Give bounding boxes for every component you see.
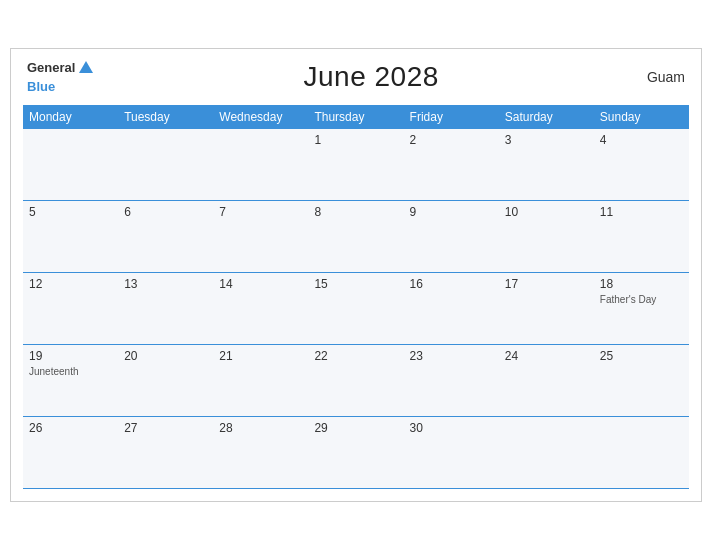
day-cell-w2-d3: 7: [213, 201, 308, 273]
day-number: 25: [600, 349, 683, 363]
day-number: 2: [410, 133, 493, 147]
day-cell-w1-d4: 1: [308, 129, 403, 201]
day-cell-w3-d2: 13: [118, 273, 213, 345]
weekday-header-row: Monday Tuesday Wednesday Thursday Friday…: [23, 105, 689, 129]
day-cell-w1-d3: [213, 129, 308, 201]
svg-marker-0: [79, 61, 93, 73]
calendar-title: June 2028: [304, 61, 439, 93]
day-cell-w3-d3: 14: [213, 273, 308, 345]
day-cell-w4-d7: 25: [594, 345, 689, 417]
header-thursday: Thursday: [308, 105, 403, 129]
day-number: 16: [410, 277, 493, 291]
day-number: 24: [505, 349, 588, 363]
day-cell-w5-d7: [594, 417, 689, 489]
day-cell-w4-d2: 20: [118, 345, 213, 417]
region-label: Guam: [647, 69, 685, 85]
week-row-1: 1234: [23, 129, 689, 201]
day-number: 15: [314, 277, 397, 291]
day-cell-w1-d6: 3: [499, 129, 594, 201]
day-cell-w3-d1: 12: [23, 273, 118, 345]
day-cell-w3-d6: 17: [499, 273, 594, 345]
day-number: 5: [29, 205, 112, 219]
day-number: 29: [314, 421, 397, 435]
day-number: 10: [505, 205, 588, 219]
day-number: 21: [219, 349, 302, 363]
calendar-table: Monday Tuesday Wednesday Thursday Friday…: [23, 105, 689, 490]
header-sunday: Sunday: [594, 105, 689, 129]
day-number: 13: [124, 277, 207, 291]
day-cell-w4-d5: 23: [404, 345, 499, 417]
day-number: 28: [219, 421, 302, 435]
day-cell-w2-d5: 9: [404, 201, 499, 273]
day-number: 11: [600, 205, 683, 219]
day-cell-w1-d7: 4: [594, 129, 689, 201]
day-cell-w2-d4: 8: [308, 201, 403, 273]
day-cell-w4-d1: 19Juneteenth: [23, 345, 118, 417]
calendar-container: General Blue June 2028 Guam Monday Tuesd…: [10, 48, 702, 503]
logo-blue-text: Blue: [27, 79, 55, 94]
day-cell-w1-d2: [118, 129, 213, 201]
header-saturday: Saturday: [499, 105, 594, 129]
header-tuesday: Tuesday: [118, 105, 213, 129]
day-cell-w3-d4: 15: [308, 273, 403, 345]
day-number: 12: [29, 277, 112, 291]
day-number: 18: [600, 277, 683, 291]
day-number: 20: [124, 349, 207, 363]
header-monday: Monday: [23, 105, 118, 129]
day-number: 23: [410, 349, 493, 363]
header-friday: Friday: [404, 105, 499, 129]
day-cell-w2-d6: 10: [499, 201, 594, 273]
day-number: 17: [505, 277, 588, 291]
day-cell-w4-d6: 24: [499, 345, 594, 417]
day-cell-w4-d3: 21: [213, 345, 308, 417]
day-cell-w1-d1: [23, 129, 118, 201]
day-cell-w3-d5: 16: [404, 273, 499, 345]
day-number: 6: [124, 205, 207, 219]
day-number: 19: [29, 349, 112, 363]
day-event: Juneteenth: [29, 365, 112, 378]
logo-general-text: General: [27, 61, 75, 74]
day-number: 7: [219, 205, 302, 219]
day-cell-w2-d7: 11: [594, 201, 689, 273]
day-cell-w5-d6: [499, 417, 594, 489]
day-cell-w2-d2: 6: [118, 201, 213, 273]
day-cell-w5-d1: 26: [23, 417, 118, 489]
day-number: 14: [219, 277, 302, 291]
day-cell-w1-d5: 2: [404, 129, 499, 201]
day-number: 1: [314, 133, 397, 147]
day-number: 9: [410, 205, 493, 219]
calendar-header: General Blue June 2028 Guam: [23, 59, 689, 95]
week-row-3: 12131415161718Father's Day: [23, 273, 689, 345]
day-number: 4: [600, 133, 683, 147]
day-number: 27: [124, 421, 207, 435]
day-cell-w5-d4: 29: [308, 417, 403, 489]
week-row-5: 2627282930: [23, 417, 689, 489]
day-number: 3: [505, 133, 588, 147]
day-number: 8: [314, 205, 397, 219]
week-row-4: 19Juneteenth202122232425: [23, 345, 689, 417]
week-row-2: 567891011: [23, 201, 689, 273]
header-wednesday: Wednesday: [213, 105, 308, 129]
day-cell-w5-d3: 28: [213, 417, 308, 489]
logo-icon: [77, 59, 95, 77]
day-number: 26: [29, 421, 112, 435]
day-event: Father's Day: [600, 293, 683, 306]
day-cell-w3-d7: 18Father's Day: [594, 273, 689, 345]
logo: General Blue: [27, 59, 95, 95]
day-cell-w2-d1: 5: [23, 201, 118, 273]
day-cell-w5-d2: 27: [118, 417, 213, 489]
day-number: 22: [314, 349, 397, 363]
day-number: 30: [410, 421, 493, 435]
day-cell-w4-d4: 22: [308, 345, 403, 417]
day-cell-w5-d5: 30: [404, 417, 499, 489]
